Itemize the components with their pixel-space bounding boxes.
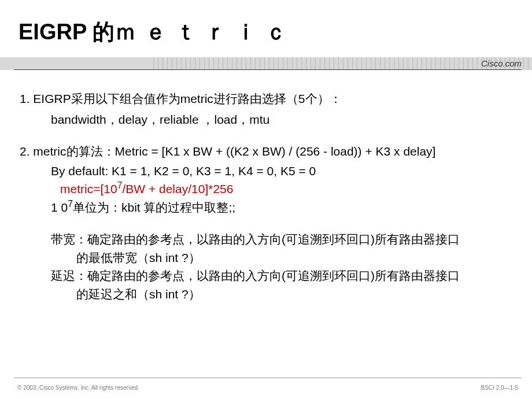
delay-line-2: 的延迟之和（sh int ?） (20, 285, 515, 304)
unit-part-a: 1 0 (51, 201, 68, 214)
unit-part-b: 单位为：kbit 算的过程中取整;; (73, 201, 235, 214)
para-2-line-4: 1 07单位为：kbit 算的过程中取整;; (20, 198, 515, 217)
bandwidth-block: 带宽：确定路由的参考点，以路由的入方向(可追溯到环回口)所有路由器接口 的最低带… (20, 230, 515, 267)
para-2-line-3: metric=[107/BW + delay/10]*256 (20, 180, 515, 198)
footer-line (14, 378, 522, 378)
formula-part-b: /BW + delay/10]*256 (122, 182, 233, 195)
page-code: BSCI 2.0—1-5 (481, 385, 518, 391)
para-2-line-1: 2. metric的算法：Metric = [K1 x BW + ((K2 x … (20, 142, 515, 161)
bandwidth-line-2: 的最低带宽（sh int ?） (20, 249, 515, 267)
para-1-line-1: 1. EIGRP采用以下组合值作为metric进行路由选择（5个）： (20, 90, 515, 108)
brand-label: Cisco.com (481, 58, 522, 68)
divider-line (14, 69, 522, 70)
content-area: 1. EIGRP采用以下组合值作为metric进行路由选择（5个）： bandw… (0, 70, 532, 303)
delay-block: 延迟：确定路由的参考点，以路由的入方向(可追溯到环回口)所有路由器接口 的延迟之… (20, 267, 515, 303)
para-1-line-2: bandwidth，delay，reliable ，load，mtu (20, 110, 515, 129)
unit-sup: 7 (68, 199, 73, 209)
copyright-text: © 2003, Cisco Systems, Inc. All rights r… (17, 385, 139, 391)
bandwidth-line-1: 带宽：确定路由的参考点，以路由的入方向(可追溯到环回口)所有路由器接口 (20, 230, 515, 249)
delay-line-1: 延迟：确定路由的参考点，以路由的入方向(可追溯到环回口)所有路由器接口 (20, 267, 515, 285)
divider-band: Cisco.com (0, 57, 532, 70)
slide: EIGRP 的ｍｅｔｒｉｃ Cisco.com 1. EIGRP采用以下组合值作… (0, 0, 532, 399)
divider-hatch (153, 57, 532, 70)
para-2-line-2: By default: K1 = 1, K2 = 0, K3 = 1, K4 =… (20, 162, 515, 180)
title-text-2: ｍｅｔｒｉｃ (114, 20, 295, 44)
title-text-1: EIGRP 的 (19, 20, 114, 44)
formula-part-a: metric=[10 (60, 182, 117, 195)
slide-title: EIGRP 的ｍｅｔｒｉｃ (0, 0, 532, 47)
